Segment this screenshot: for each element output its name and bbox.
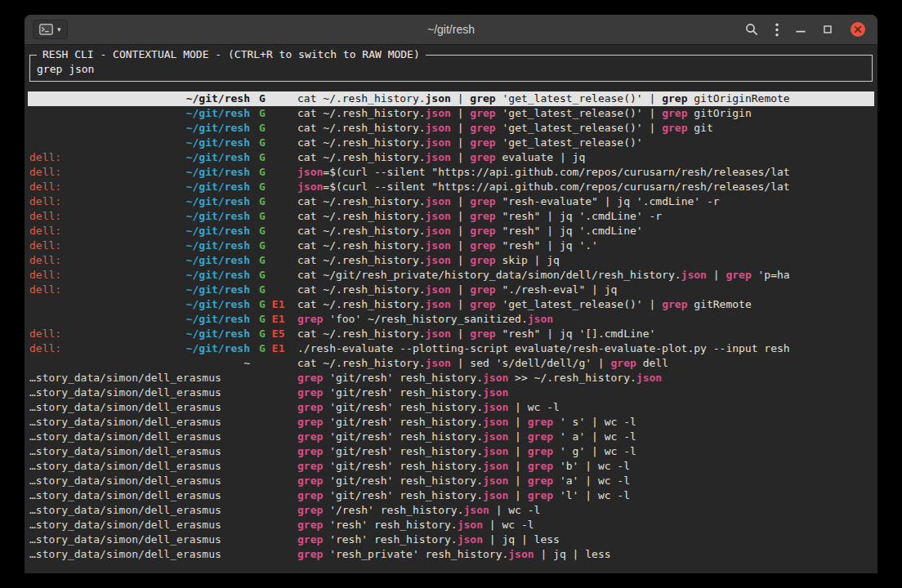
history-row[interactable]: dell:~/git/reshGcat ~/.resh_history.json… xyxy=(28,209,874,224)
terminal-icon xyxy=(39,24,53,35)
command-text: | xyxy=(451,195,470,207)
command-match: grep xyxy=(297,313,323,325)
git-flag: G xyxy=(259,165,266,180)
row-flags xyxy=(250,474,297,488)
row-command: grep 'git/resh' resh_history.json | grep… xyxy=(297,415,873,430)
row-flags xyxy=(250,532,297,547)
history-row[interactable]: …story_data/simon/dell_erasmusgrep 'git/… xyxy=(28,371,874,385)
row-command: cat ~/.resh_history.json | sed 's/dell/d… xyxy=(297,356,873,371)
history-row[interactable]: dell:~/git/reshGE5cat ~/.resh_history.js… xyxy=(28,327,874,341)
row-location: …story_data/simon/dell_erasmus xyxy=(29,371,250,385)
history-row[interactable]: ~/git/reshGcat ~/.resh_history.json | gr… xyxy=(28,136,874,150)
row-location: …story_data/simon/dell_erasmus xyxy=(29,518,250,532)
git-flag: G xyxy=(259,312,266,327)
history-row[interactable]: …story_data/simon/dell_erasmusgrep 'resh… xyxy=(28,547,874,562)
close-icon[interactable] xyxy=(850,21,866,38)
restore-icon[interactable] xyxy=(823,24,833,34)
history-row[interactable]: ~/git/reshGE1cat ~/.resh_history.json | … xyxy=(28,297,874,312)
row-directory: ~/git/resh xyxy=(186,238,250,253)
history-row[interactable]: …story_data/simon/dell_erasmusgrep 'git/… xyxy=(28,415,874,430)
row-flags xyxy=(250,444,297,459)
history-row[interactable]: dell:~/git/reshGcat ~/.resh_history.json… xyxy=(28,224,874,238)
row-flags xyxy=(250,371,297,385)
row-command: grep 'git/resh' resh_history.json | grep… xyxy=(297,444,873,459)
row-flags: G xyxy=(250,238,297,253)
row-flags xyxy=(250,430,297,444)
command-match: json xyxy=(426,239,451,252)
command-text: | xyxy=(451,298,470,310)
row-flags: G xyxy=(250,283,297,297)
history-row[interactable]: dell:~/git/reshGcat ~/.resh_history.json… xyxy=(28,253,874,268)
row-host: dell: xyxy=(29,238,61,253)
history-row[interactable]: …story_data/simon/dell_erasmusgrep 'git/… xyxy=(28,430,874,444)
command-text: | xyxy=(508,489,527,501)
row-flags xyxy=(250,518,297,532)
history-row[interactable]: …story_data/simon/dell_erasmusgrep 'resh… xyxy=(28,518,874,532)
search-query-input[interactable]: grep json xyxy=(37,62,865,77)
search-icon[interactable] xyxy=(745,23,758,36)
history-row[interactable]: dell:~/git/reshGcat ~/.resh_history.json… xyxy=(28,283,874,297)
row-flags xyxy=(250,385,297,400)
command-text: 'git/resh' resh_history. xyxy=(323,416,483,428)
search-box: RESH CLI - CONTEXTUAL MODE - (CTRL+R to … xyxy=(29,55,873,82)
history-row[interactable]: dell:~/git/reshGjson=$(curl --silent "ht… xyxy=(28,180,874,194)
row-location: ~/git/resh xyxy=(29,91,250,106)
history-row[interactable]: dell:~/git/reshGjson=$(curl --silent "ht… xyxy=(28,165,874,180)
command-match: json xyxy=(483,401,508,413)
command-text: git xyxy=(687,122,712,134)
command-match: grep xyxy=(528,430,553,443)
row-directory: ~/git/resh xyxy=(186,194,250,209)
history-row[interactable]: dell:~/git/reshGE1./resh-evaluate --plot… xyxy=(28,341,874,356)
history-row[interactable]: dell:~/git/reshGcat ~/git/resh_private/h… xyxy=(28,268,874,283)
git-flag: G xyxy=(259,106,266,121)
history-row[interactable]: …story_data/simon/dell_erasmusgrep 'git/… xyxy=(28,385,874,400)
command-match: json xyxy=(483,474,508,487)
history-row[interactable]: …story_data/simon/dell_erasmusgrep 'git/… xyxy=(28,459,874,474)
command-text: 'b' | wc -l xyxy=(553,460,630,472)
row-directory: …story_data/simon/dell_erasmus xyxy=(29,430,221,444)
command-match: grep xyxy=(297,386,323,399)
app-menu-button[interactable]: ▾ xyxy=(33,20,68,39)
history-row[interactable]: …story_data/simon/dell_erasmusgrep 'resh… xyxy=(28,532,874,547)
command-match: json xyxy=(528,313,553,325)
history-row[interactable]: ~/git/reshGcat ~/.resh_history.json | gr… xyxy=(28,106,874,121)
command-text: 'get_latest_release()' xyxy=(496,136,643,149)
command-text: 'get_latest_release()' | xyxy=(496,122,663,134)
command-text: | sed 's/dell/dell/g' | xyxy=(451,357,611,369)
row-flags: G xyxy=(250,194,297,209)
command-match: json xyxy=(483,430,508,443)
row-flags xyxy=(250,400,297,415)
row-host: dell: xyxy=(29,165,61,180)
history-row[interactable]: ~/git/reshGE1grep 'foo' ~/resh_history_s… xyxy=(28,312,874,327)
history-row[interactable]: ~cat ~/.resh_history.json | sed 's/dell/… xyxy=(28,356,874,371)
history-row[interactable]: dell:~/git/reshGcat ~/.resh_history.json… xyxy=(28,150,874,165)
menu-icon[interactable] xyxy=(775,23,779,37)
command-match: grep xyxy=(297,416,323,428)
history-row[interactable]: …story_data/simon/dell_erasmusgrep 'git/… xyxy=(28,400,874,415)
desktop-background: ▾ ~/git/resh xyxy=(0,0,902,588)
history-row[interactable]: dell:~/git/reshGcat ~/.resh_history.json… xyxy=(28,194,874,209)
row-command: cat ~/.resh_history.json | grep skip | j… xyxy=(297,253,873,268)
command-match: grep xyxy=(528,445,553,457)
command-match: json xyxy=(508,548,534,560)
row-location: …story_data/simon/dell_erasmus xyxy=(29,474,250,488)
row-directory: …story_data/simon/dell_erasmus xyxy=(29,415,221,430)
history-row[interactable]: …story_data/simon/dell_erasmusgrep 'git/… xyxy=(28,444,874,459)
command-text: evaluate | jq xyxy=(496,151,586,163)
row-flags: GE1 xyxy=(250,312,297,327)
history-row[interactable]: ~/git/reshGcat ~/.resh_history.json | gr… xyxy=(28,91,874,106)
history-row[interactable]: …story_data/simon/dell_erasmusgrep 'git/… xyxy=(28,474,874,488)
command-text: | xyxy=(451,327,470,340)
history-row[interactable]: …story_data/simon/dell_erasmusgrep '/res… xyxy=(28,503,874,518)
history-row[interactable]: ~/git/reshGcat ~/.resh_history.json | gr… xyxy=(28,121,874,136)
history-row[interactable]: dell:~/git/reshGcat ~/.resh_history.json… xyxy=(28,238,874,253)
row-flags: G xyxy=(250,209,297,224)
minimize-icon[interactable] xyxy=(796,24,806,34)
command-text: 'foo' ~/resh_history_sanitized. xyxy=(323,313,527,325)
command-text: "resh" | jq '.' xyxy=(496,239,598,252)
command-match: json xyxy=(681,269,707,281)
command-text: | xyxy=(451,225,470,237)
history-row[interactable]: …story_data/simon/dell_erasmusgrep 'git/… xyxy=(28,488,874,503)
command-text: | xyxy=(707,269,726,281)
git-flag: G xyxy=(259,327,266,341)
